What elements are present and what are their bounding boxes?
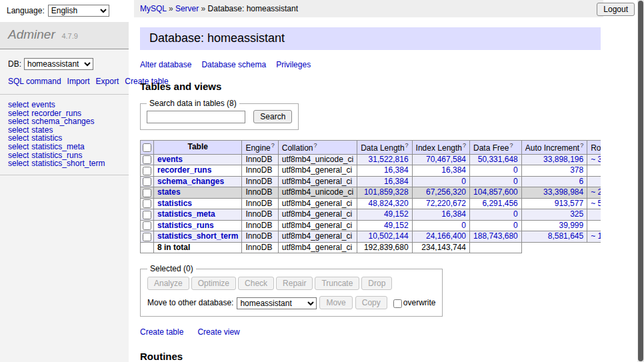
- language-select[interactable]: English: [48, 5, 109, 17]
- help-icon[interactable]: ?: [463, 142, 466, 149]
- data-free-link[interactable]: 0: [513, 177, 518, 186]
- help-icon[interactable]: ?: [271, 142, 275, 149]
- data-length-link[interactable]: 48,824,320: [369, 199, 409, 208]
- table-name-link-statistics-short-term[interactable]: statistics_short_term: [157, 231, 238, 241]
- index-length-link[interactable]: 70,467,584: [426, 155, 466, 164]
- rows-link[interactable]: ~ 312,180: [591, 155, 601, 164]
- move-button[interactable]: Move: [319, 296, 352, 309]
- data-free-link[interactable]: 104,857,600: [473, 187, 518, 197]
- column-header-collation: Collation?: [278, 141, 357, 155]
- auto-increment-link[interactable]: 913,577: [555, 199, 583, 208]
- import-link[interactable]: Import: [67, 77, 90, 86]
- data-free-link[interactable]: 188,743,680: [473, 231, 518, 241]
- scrollbar[interactable]: [637, 0, 644, 362]
- table-link-statistics-short-term[interactable]: statistics_short_term: [31, 159, 105, 168]
- row-checkbox-recorder-runs[interactable]: [143, 167, 151, 175]
- table-name-link-statistics-runs[interactable]: statistics_runs: [157, 221, 214, 230]
- rows-link[interactable]: ~ 569,159: [591, 199, 601, 208]
- select-link-statistics-meta[interactable]: select: [8, 142, 29, 151]
- data-free-cell: 104,857,600: [470, 187, 522, 199]
- data-length-cell: 49,152: [357, 209, 412, 221]
- check-button[interactable]: Check: [238, 277, 274, 290]
- index-length-link[interactable]: 16,384: [441, 209, 466, 219]
- index-length-link[interactable]: 0: [461, 177, 466, 186]
- index-length-link[interactable]: 24,166,400: [426, 231, 466, 241]
- table-name-link-events[interactable]: events: [157, 155, 183, 164]
- help-icon[interactable]: ?: [580, 142, 583, 149]
- table-name-cell: statistics_runs: [154, 220, 242, 231]
- create-view-link[interactable]: Create view: [197, 327, 239, 337]
- index-length-link[interactable]: 72,220,672: [426, 199, 466, 208]
- row-checkbox-statistics[interactable]: [143, 199, 151, 208]
- data-length-link[interactable]: 10,502,144: [369, 231, 409, 241]
- export-link[interactable]: Export: [96, 77, 119, 86]
- truncate-button[interactable]: Truncate: [315, 277, 359, 290]
- main-content: Database: homeassistant Alter databaseDa…: [140, 17, 601, 362]
- row-checkbox-schema-changes[interactable]: [143, 177, 151, 186]
- data-length-link[interactable]: 16,384: [384, 177, 409, 186]
- index-length-link[interactable]: 16,384: [441, 165, 466, 175]
- optimize-button[interactable]: Optimize: [191, 277, 236, 290]
- data-free-link[interactable]: 0: [513, 165, 518, 175]
- row-checkbox-statistics-runs[interactable]: [143, 221, 151, 230]
- table-name-link-schema-changes[interactable]: schema_changes: [157, 177, 224, 186]
- auto-increment-link[interactable]: 33,398,984: [543, 187, 583, 197]
- index-length-link[interactable]: 0: [461, 221, 466, 230]
- data-length-link[interactable]: 49,152: [384, 221, 409, 230]
- row-checkbox-events[interactable]: [143, 155, 151, 164]
- drop-button[interactable]: Drop: [361, 277, 392, 290]
- privileges-link[interactable]: Privileges: [276, 60, 311, 69]
- create-table-link[interactable]: Create table: [140, 327, 183, 337]
- auto-increment-link[interactable]: 325: [570, 209, 583, 219]
- search-button[interactable]: Search: [253, 110, 292, 123]
- scrollbar-thumb[interactable]: [638, 1, 643, 361]
- move-db-select[interactable]: homeassistant: [237, 297, 317, 309]
- table-name-link-statistics-meta[interactable]: statistics_meta: [157, 209, 215, 219]
- alter-database-link[interactable]: Alter database: [140, 60, 191, 69]
- row-checkbox-statistics-short-term[interactable]: [143, 233, 151, 241]
- data-free-link[interactable]: 50,331,648: [478, 155, 518, 164]
- analyze-button[interactable]: Analyze: [147, 277, 189, 290]
- select-link-statistics-short-term[interactable]: select: [8, 159, 29, 168]
- app-version: 4.7.9: [61, 32, 77, 40]
- table-name-cell: states: [154, 187, 242, 199]
- auto-increment-link[interactable]: 378: [570, 165, 583, 175]
- repair-button[interactable]: Repair: [276, 277, 313, 290]
- data-free-link[interactable]: 0: [513, 221, 518, 230]
- data-length-link[interactable]: 101,859,328: [364, 187, 409, 197]
- logout-button[interactable]: Logout: [597, 3, 635, 16]
- auto-increment-link[interactable]: 6: [579, 177, 583, 186]
- overwrite-checkbox[interactable]: [393, 299, 402, 308]
- help-icon[interactable]: ?: [313, 142, 317, 149]
- help-icon[interactable]: ?: [509, 142, 513, 149]
- index-length-link[interactable]: 67,256,320: [426, 187, 466, 197]
- data-length-link[interactable]: 49,152: [384, 209, 409, 219]
- select-all-checkbox[interactable]: [143, 143, 151, 152]
- rows-link[interactable]: ~ 136,108: [591, 231, 601, 241]
- db-select[interactable]: homeassistant: [24, 58, 93, 70]
- data-length-link[interactable]: 31,522,816: [369, 155, 409, 164]
- data-free-link[interactable]: 6,291,456: [482, 199, 517, 208]
- select-link-events[interactable]: select: [8, 100, 29, 109]
- breadcrumb-link-server[interactable]: Server: [175, 4, 199, 13]
- row-checkbox-states[interactable]: [143, 189, 151, 197]
- auto-increment-link[interactable]: 8,581,645: [548, 231, 583, 241]
- table-link-events[interactable]: events: [31, 100, 55, 109]
- sql-command-link[interactable]: SQL command: [8, 77, 61, 86]
- help-icon[interactable]: ?: [405, 142, 409, 149]
- table-link-statistics-meta[interactable]: statistics_meta: [31, 142, 84, 151]
- table-name-link-states[interactable]: states: [157, 187, 181, 197]
- data-free-link[interactable]: 0: [513, 209, 518, 219]
- auto-increment-link[interactable]: 39,999: [559, 221, 583, 230]
- auto-increment-link[interactable]: 33,898,196: [543, 155, 583, 164]
- table-name-link-statistics[interactable]: statistics: [157, 199, 192, 208]
- table-name-link-recorder-runs[interactable]: recorder_runs: [157, 165, 211, 175]
- rows-link[interactable]: ~ 299,833: [591, 187, 601, 197]
- total-index-length-cell: 234,143,744: [412, 242, 469, 253]
- copy-button[interactable]: Copy: [355, 296, 387, 309]
- breadcrumb-link-mysql[interactable]: MySQL: [140, 4, 167, 13]
- row-checkbox-statistics-meta[interactable]: [143, 211, 151, 219]
- search-input[interactable]: [147, 111, 245, 123]
- data-length-link[interactable]: 16,384: [384, 165, 409, 175]
- database-schema-link[interactable]: Database schema: [201, 60, 266, 69]
